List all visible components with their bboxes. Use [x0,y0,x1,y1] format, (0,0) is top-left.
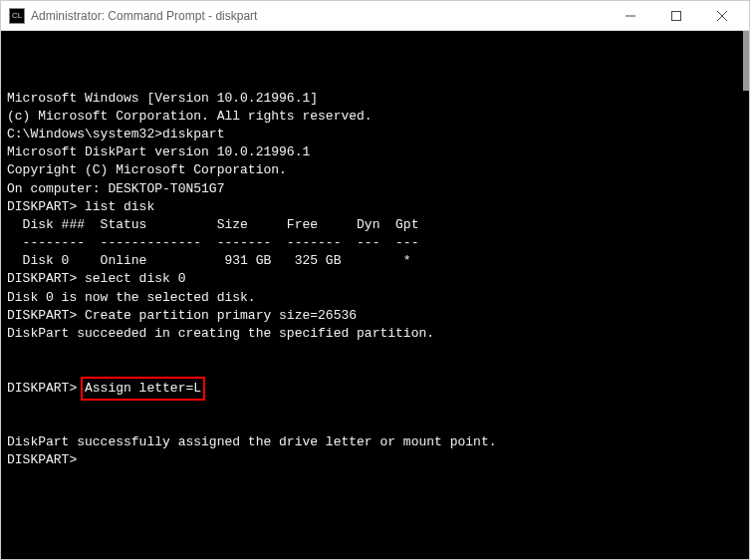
window-title: Administrator: Command Prompt - diskpart [31,9,608,23]
window-controls [608,1,745,30]
terminal-line: Disk 0 is now the selected disk. [7,289,743,307]
minimize-button[interactable] [608,1,653,30]
terminal-line: Disk ### Status Size Free Dyn Gpt [7,216,743,234]
terminal-line: DISKPART> list disk [7,198,743,216]
svg-rect-1 [672,11,681,20]
highlight-box: Assign letter=L [81,377,205,401]
highlighted-line: DISKPART> Assign letter=L [7,380,743,398]
terminal-line: DiskPart succeeded in creating the speci… [7,325,743,343]
maximize-icon [671,11,681,21]
terminal-line: -------- ------------- ------- ------- -… [7,234,743,252]
close-button[interactable] [699,1,745,30]
terminal-line: DISKPART> Create partition primary size=… [7,307,743,325]
terminal-content[interactable]: Microsoft Windows [Version 10.0.21996.1]… [1,31,749,559]
terminal-line: Microsoft Windows [Version 10.0.21996.1] [7,90,743,108]
terminal-line: DISKPART> select disk 0 [7,270,743,288]
terminal-line: DiskPart successfully assigned the drive… [7,433,743,451]
terminal-line: Microsoft DiskPart version 10.0.21996.1 [7,143,743,161]
terminal-line: Disk 0 Online 931 GB 325 GB * [7,252,743,270]
terminal-output-after: DiskPart successfully assigned the drive… [7,433,743,469]
close-icon [717,11,727,21]
terminal-line: (c) Microsoft Corporation. All rights re… [7,108,743,126]
highlighted-command: Assign letter=L [85,381,201,396]
scrollbar-thumb[interactable] [743,31,749,91]
terminal-line: On computer: DESKTOP-T0N51G7 [7,180,743,198]
titlebar: CL Administrator: Command Prompt - diskp… [1,1,749,31]
minimize-icon [625,11,635,21]
prompt: DISKPART> [7,381,85,396]
terminal-line: Copyright (C) Microsoft Corporation. [7,161,743,179]
terminal-line: DISKPART> [7,451,743,469]
command-prompt-window: CL Administrator: Command Prompt - diskp… [0,0,750,560]
terminal-output: Microsoft Windows [Version 10.0.21996.1]… [7,90,743,344]
terminal-line: C:\Windows\system32>diskpart [7,126,743,143]
maximize-button[interactable] [653,1,699,30]
cmd-icon: CL [9,8,25,24]
